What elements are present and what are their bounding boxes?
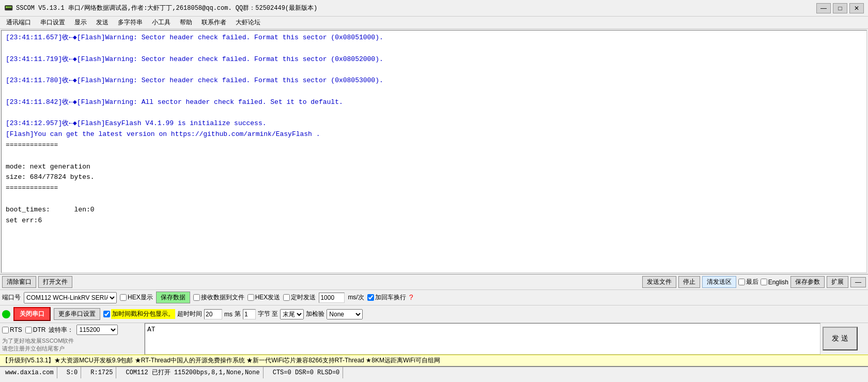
menu-item-多字符串[interactable]: 多字符串 xyxy=(114,17,147,28)
dtr-label[interactable]: DTR xyxy=(25,326,46,333)
timed-unit: ms/次 xyxy=(348,293,364,302)
more-settings-button[interactable]: 更多串口设置 xyxy=(54,308,100,320)
last-checkbox-label[interactable]: 最后 xyxy=(738,278,758,286)
carriage-return-red: ? xyxy=(409,294,413,302)
log-line: boot_times: len:0 xyxy=(6,205,862,216)
scroll-right xyxy=(860,323,868,355)
send-file-button[interactable]: 发送文件 xyxy=(642,276,676,288)
send-button[interactable]: 发 送 xyxy=(823,327,858,350)
last-checkbox[interactable] xyxy=(738,279,745,285)
timed-send-label[interactable]: 定时发送 xyxy=(283,293,316,302)
app-title: SSCOM V5.13.1 串口/网络数据调试器,作者:大虾丁丁,2618058… xyxy=(16,4,317,12)
hex-display-checkbox[interactable] xyxy=(120,294,127,301)
status-website[interactable]: www.daxia.com xyxy=(2,367,57,378)
log-line: [23:41:11.842]收←◆[Flash]Warning: All sec… xyxy=(6,97,862,108)
dtr-checkbox[interactable] xyxy=(25,327,32,333)
menu-item-显示[interactable]: 显示 xyxy=(70,17,91,28)
menu-item-大虾论坛[interactable]: 大虾论坛 xyxy=(231,17,265,28)
promo-line2: 请您注册并立创结尾客户 xyxy=(2,345,142,353)
port-label: 端口号 xyxy=(2,293,21,302)
menu-item-小工具[interactable]: 小工具 xyxy=(148,17,175,28)
stop-button[interactable]: 停止 xyxy=(678,276,700,288)
control-row: 关闭串口 更多串口设置 加时间戳和分包显示。 超时时间 ms 第 字节 至 末尾… xyxy=(0,305,868,323)
byte-end-select[interactable]: 末尾 xyxy=(280,309,304,319)
receive-to-file-label[interactable]: 接收数据到文件 xyxy=(193,293,244,302)
title-bar: 📟 SSCOM V5.13.1 串口/网络数据调试器,作者:大虾丁丁,26180… xyxy=(0,0,868,17)
menu-item-帮助[interactable]: 帮助 xyxy=(176,17,196,28)
title-bar-controls: — □ ✕ xyxy=(816,3,864,13)
log-line: mode: next generation xyxy=(6,162,862,173)
ticker-bar: 【升级到V5.13.1】★大资源MCU开发板9.9包邮 ★RT-Thread中国… xyxy=(0,355,868,366)
promo-section: 为了更好地发展SSCOM软件 请您注册并立创结尾客户 xyxy=(2,337,142,353)
app-icon: 📟 xyxy=(4,4,13,12)
minimize-button[interactable]: — xyxy=(816,3,831,13)
save-data-button[interactable]: 保存数据 xyxy=(156,292,190,303)
main-log-area[interactable]: [23:41:11.657]收←◆[Flash]Warning: Sector … xyxy=(1,30,867,273)
clear-send-area-button[interactable]: 清发送区 xyxy=(702,276,736,288)
log-line: size: 684/77824 bytes. xyxy=(6,172,862,183)
log-line xyxy=(6,194,862,205)
maximize-button[interactable]: □ xyxy=(833,3,847,13)
checksum-select[interactable]: None xyxy=(327,309,363,319)
rts-label[interactable]: RTS xyxy=(2,326,22,333)
log-line xyxy=(6,108,862,119)
open-port-button[interactable]: 关闭串口 xyxy=(13,307,51,321)
left-control-column: RTS DTR 波特率： 115200 9600 38400 为了更好地发展SS… xyxy=(0,323,145,355)
clear-window-button[interactable]: 清除窗口 xyxy=(2,276,36,288)
hex-display-label[interactable]: HEX显示 xyxy=(120,293,153,302)
status-port-info: COM112 已打开 115200bps,8,1,None,None xyxy=(122,367,263,378)
port-select[interactable]: COM112 WCH-LinkRV SERIAL xyxy=(24,292,117,303)
collapse-button[interactable]: — xyxy=(850,277,866,287)
menu-item-通讯端口[interactable]: 通讯端口 xyxy=(2,17,35,28)
send-section: AT xyxy=(145,323,820,355)
save-params-button[interactable]: 保存参数 xyxy=(791,276,825,288)
log-line: [23:41:12.957]收←◆[Flash]EasyFlash V4.1.9… xyxy=(6,118,862,129)
log-line: [23:41:11.719]收←◆[Flash]Warning: Sector … xyxy=(6,54,862,65)
menu-item-串口设置[interactable]: 串口设置 xyxy=(36,17,69,28)
bottom-toolbar: 清除窗口 打开文件 发送文件 停止 清发送区 最后 English 保存参数 扩… xyxy=(0,274,868,289)
menu-item-联系作者[interactable]: 联系作者 xyxy=(197,17,230,28)
status-indicator xyxy=(2,310,10,318)
status-bar: www.daxia.com S:0 R:1725 COM112 已打开 1152… xyxy=(0,366,868,378)
bottom-combined-row: RTS DTR 波特率： 115200 9600 38400 为了更好地发展SS… xyxy=(0,323,868,355)
timeout-input[interactable] xyxy=(204,309,222,319)
baud-select[interactable]: 115200 9600 38400 xyxy=(76,325,118,335)
timestamp-checkbox[interactable] xyxy=(103,311,110,317)
carriage-return-checkbox[interactable] xyxy=(367,294,374,301)
hex-send-checkbox[interactable] xyxy=(247,294,254,301)
english-checkbox-label[interactable]: English xyxy=(761,279,788,286)
log-line xyxy=(6,86,862,97)
status-r: R:1725 xyxy=(87,367,116,378)
expand-button[interactable]: 扩展 xyxy=(827,276,848,288)
log-line xyxy=(6,43,862,54)
rts-dtr-row: RTS DTR 波特率： 115200 9600 38400 xyxy=(2,325,142,335)
log-line: ============= xyxy=(6,183,862,194)
english-checkbox[interactable] xyxy=(761,279,767,285)
log-line: set err:6 xyxy=(6,216,862,226)
log-line xyxy=(6,65,862,75)
close-button[interactable]: ✕ xyxy=(849,3,864,13)
log-line: [Flash]You can get the latest version on… xyxy=(6,129,862,140)
carriage-return-label[interactable]: 加回车换行 xyxy=(367,293,406,302)
log-line: [23:41:11.657]收←◆[Flash]Warning: Sector … xyxy=(6,33,862,43)
status-s: S:0 xyxy=(64,367,82,378)
receive-to-file-checkbox[interactable] xyxy=(193,294,200,301)
timed-interval-input[interactable] xyxy=(319,293,345,303)
rts-checkbox[interactable] xyxy=(2,327,9,333)
timed-send-checkbox[interactable] xyxy=(283,294,290,301)
send-input[interactable]: AT xyxy=(145,323,820,355)
promo-line1: 为了更好地发展SSCOM软件 xyxy=(2,337,142,345)
hex-send-label[interactable]: HEX发送 xyxy=(247,293,281,302)
menu-item-发送[interactable]: 发送 xyxy=(92,17,113,28)
log-line: ============= xyxy=(6,140,862,151)
ticker-text: 【升级到V5.13.1】★大资源MCU开发板9.9包邮 ★RT-Thread中国… xyxy=(2,356,440,365)
title-bar-left: 📟 SSCOM V5.13.1 串口/网络数据调试器,作者:大虾丁丁,26180… xyxy=(4,4,317,12)
menu-bar: 通讯端口串口设置显示发送多字符串小工具帮助联系作者大虾论坛 xyxy=(0,17,868,29)
timestamp-section: 加时间戳和分包显示。 超时时间 ms 第 字节 至 末尾 加检验 None xyxy=(103,309,855,319)
byte-from-input[interactable] xyxy=(243,309,256,319)
port-config-row: 端口号 COM112 WCH-LinkRV SERIAL HEX显示 保存数据 … xyxy=(0,289,868,305)
open-file-button[interactable]: 打开文件 xyxy=(38,276,72,288)
send-btn-wrapper: 发 送 xyxy=(820,323,860,355)
timestamp-label[interactable]: 加时间戳和分包显示。 xyxy=(103,309,175,319)
status-cts: CTS=0 DSR=0 RLSD=0 xyxy=(270,367,344,378)
